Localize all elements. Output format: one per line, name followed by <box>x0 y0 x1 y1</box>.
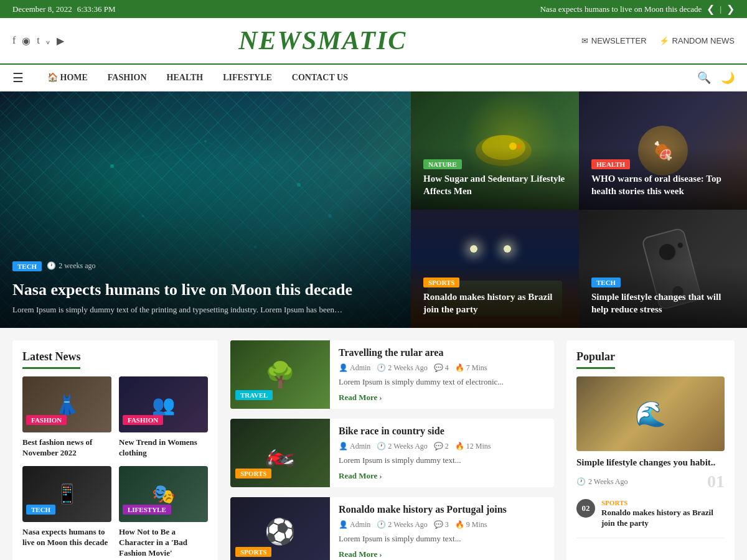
read-more-button-1[interactable]: Read More › <box>339 393 545 403</box>
author-icon: 👤 Admin <box>339 442 370 451</box>
nature-badge: NATURE <box>423 159 462 169</box>
health-badge: HEALTH <box>591 159 630 169</box>
latest-badge-3: TECH <box>26 505 55 515</box>
popular-main-num: 01 <box>707 472 725 492</box>
popular-item-badge: SPORTS <box>601 499 725 506</box>
hero-main-badge: TECH <box>12 261 42 271</box>
search-icon[interactable]: 🔍 <box>697 71 711 85</box>
top-bar-ticker: Nasa expects humans to live on Moon this… <box>540 3 735 15</box>
article-title-3: Ronaldo make history as Portugal joins <box>339 503 545 516</box>
list-item[interactable]: 📱 TECH Nasa expects humans to live on Mo… <box>22 466 111 559</box>
read-time-icon: 🔥 9 Mins <box>455 520 487 530</box>
latest-title-3: Nasa expects humans to live on Moon this… <box>22 527 111 548</box>
read-time-icon: 🔥 7 Mins <box>455 363 487 373</box>
top-bar-datetime: December 8, 2022 6:33:36 PM <box>12 4 115 14</box>
health-card-overlay: HEALTH WHO warns of oral disease: Top he… <box>579 147 747 210</box>
logo-text: NEWSMATIC <box>238 26 406 55</box>
article-thumb-2: 🏍️ SPORTS <box>230 419 330 487</box>
tech-card-overlay: TECH Simple lifestyle changes that will … <box>579 265 747 328</box>
navigation: ☰ 🏠 HOME FASHION HEALTH LIFESTYLE CONTAC… <box>0 63 747 91</box>
nav-fashion[interactable]: FASHION <box>99 65 156 90</box>
newsletter-button[interactable]: ✉ NEWSLETTER <box>581 36 647 45</box>
popular-item[interactable]: 02 SPORTS Ronaldo makes history as Brazi… <box>576 499 725 538</box>
article-meta-2: 👤 Admin 🕐 2 Weeks Ago 💬 2 🔥 12 Mins <box>339 442 545 451</box>
popular-title: Popular <box>576 350 615 369</box>
ticker-prev-button[interactable]: ❮ <box>707 3 715 15</box>
nav-home[interactable]: 🏠 HOME <box>39 65 96 90</box>
nature-card-overlay: NATURE How Sugar and Sedentary Lifestyle… <box>411 147 579 210</box>
hero-health-card[interactable]: 🍖 HEALTH WHO warns of oral disease: Top … <box>579 91 747 210</box>
hero-main-card[interactable]: TECH 🕐 2 weeks ago Nasa expects humans t… <box>0 91 411 328</box>
popular-item-title: Ronaldo makes history as Brazil join the… <box>601 508 725 529</box>
sports-card-title: Ronaldo makes history as Brazil join the… <box>423 291 566 315</box>
article-thumb-3: ⚽ SPORTS <box>230 497 330 560</box>
hamburger-menu[interactable]: ☰ <box>12 70 24 85</box>
nav-contact[interactable]: CONTACT US <box>283 65 357 90</box>
article-card[interactable]: 🏍️ SPORTS Bike race in country side 👤 Ad… <box>230 419 554 487</box>
articles-section: 🌳 TRAVEL Travelling the rular area 👤 Adm… <box>230 340 554 560</box>
author-icon: 👤 Admin <box>339 520 370 530</box>
article-title-1: Travelling the rular area <box>339 347 545 360</box>
article-card[interactable]: ⚽ SPORTS Ronaldo make history as Portuga… <box>230 497 554 560</box>
hero-nature-card[interactable]: NATURE How Sugar and Sedentary Lifestyle… <box>411 91 579 210</box>
popular-main-title: Simple lifestyle changes you habit.. <box>576 457 725 468</box>
read-time-icon: 🔥 12 Mins <box>455 442 491 451</box>
clock-icon: 🕐 <box>47 261 56 271</box>
list-item[interactable]: 👥 FASHION New Trend in Womens clothing <box>119 376 208 459</box>
latest-thumb-1: 👗 FASHION <box>22 376 111 432</box>
site-header: f ◉ t ᵥ ▶ NEWSMATIC ✉ NEWSLETTER ⚡ RANDO… <box>0 18 747 63</box>
latest-thumb-2: 👥 FASHION <box>119 376 208 432</box>
popular-main-thumb: 🌊 <box>576 376 725 451</box>
hero-main-time: 🕐 2 weeks ago <box>47 261 95 271</box>
article-body-1: Travelling the rular area 👤 Admin 🕐 2 We… <box>330 340 554 409</box>
envelope-icon: ✉ <box>581 36 588 45</box>
nav-lifestyle[interactable]: LIFESTYLE <box>214 65 281 90</box>
random-news-button[interactable]: ⚡ RANDOM NEWS <box>659 36 735 45</box>
list-item[interactable]: 👗 FASHION Best fashion news of November … <box>22 376 111 459</box>
popular-item-num: 02 <box>576 499 595 518</box>
article-meta-1: 👤 Admin 🕐 2 Weeks Ago 💬 4 🔥 7 Mins <box>339 363 545 373</box>
article-travel-badge: TRAVEL <box>235 390 273 400</box>
health-card-title: WHO warns of oral disease: Top health st… <box>591 173 735 197</box>
time-icon: 🕐 2 Weeks Ago <box>377 363 427 373</box>
vimeo-icon[interactable]: ᵥ <box>46 35 50 47</box>
popular-item-body: SPORTS Ronaldo makes history as Brazil j… <box>601 499 725 529</box>
article-body-3: Ronaldo make history as Portugal joins 👤… <box>330 497 554 560</box>
article-desc-3: Lorem Ipsum is simply dummy text... <box>339 533 545 544</box>
latest-news-title: Latest News <box>22 350 80 369</box>
hero-sports-card[interactable]: SPORTS Ronaldo makes history as Brazil j… <box>411 210 579 328</box>
tech-card-title: Simple lifestyle changes that will help … <box>591 291 735 315</box>
latest-thumb-4: 🎭 LIFESTYLE <box>119 466 208 522</box>
nav-health[interactable]: HEALTH <box>158 65 212 90</box>
date: December 8, 2022 <box>12 4 72 14</box>
time-icon: 🕐 2 Weeks Ago <box>377 442 427 451</box>
clock-icon: 🕐 <box>576 477 586 487</box>
ticker-next-button[interactable]: ❯ <box>726 3 735 15</box>
latest-news-section: Latest News 👗 FASHION Best fashion news … <box>12 340 218 560</box>
facebook-icon[interactable]: f <box>12 35 16 47</box>
twitter-icon[interactable]: t <box>37 35 39 47</box>
nav-right: 🔍 🌙 <box>697 71 735 85</box>
hero-tech-card[interactable]: TECH Simple lifestyle changes that will … <box>579 210 747 328</box>
site-logo[interactable]: NEWSMATIC <box>238 26 406 55</box>
header-actions: ✉ NEWSLETTER ⚡ RANDOM NEWS <box>581 36 735 45</box>
hero-grid: TECH 🕐 2 weeks ago Nasa expects humans t… <box>0 91 747 328</box>
list-item[interactable]: 🎭 LIFESTYLE How Not to Be a Character in… <box>119 466 208 559</box>
comments-icon: 💬 4 <box>434 363 449 373</box>
instagram-icon[interactable]: ◉ <box>22 35 31 47</box>
popular-section: Popular 🌊 Simple lifestyle changes you h… <box>566 340 735 560</box>
read-more-button-2[interactable]: Read More › <box>339 471 545 481</box>
article-body-2: Bike race in country side 👤 Admin 🕐 2 We… <box>330 419 554 487</box>
hero-main-overlay: TECH 🕐 2 weeks ago Nasa expects humans t… <box>0 91 411 328</box>
read-more-button-3[interactable]: Read More › <box>339 549 545 559</box>
comments-icon: 💬 3 <box>434 520 449 530</box>
youtube-icon[interactable]: ▶ <box>57 35 64 47</box>
ticker-text: Nasa expects humans to live on Moon this… <box>540 4 702 14</box>
time: 6:33:36 PM <box>77 4 116 14</box>
latest-title-4: How Not to Be a Character in a 'Bad Fash… <box>119 527 208 559</box>
latest-badge-1: FASHION <box>26 415 67 425</box>
article-card[interactable]: 🌳 TRAVEL Travelling the rular area 👤 Adm… <box>230 340 554 409</box>
time-icon: 🕐 2 Weeks Ago <box>377 520 427 530</box>
latest-badge-4: LIFESTYLE <box>123 505 171 515</box>
dark-mode-icon[interactable]: 🌙 <box>721 71 735 85</box>
